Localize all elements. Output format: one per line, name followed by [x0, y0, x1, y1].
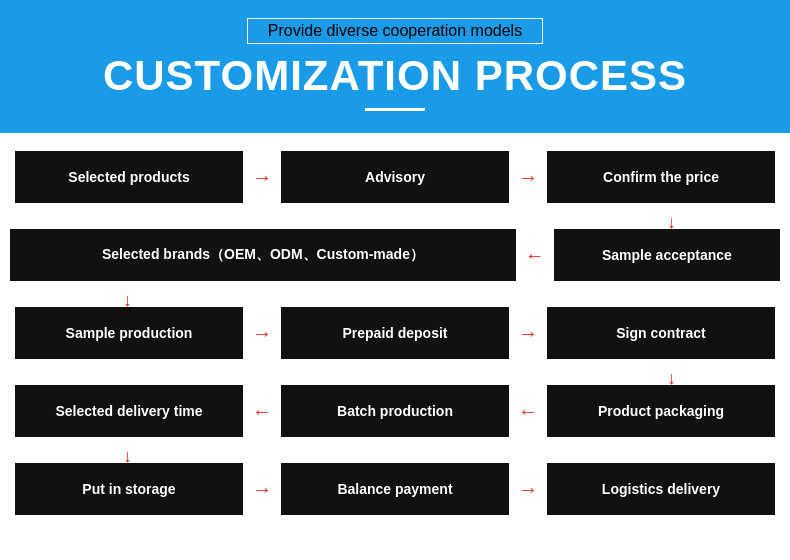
box-sign-contract: Sign contract: [547, 307, 775, 359]
arrow-left-delivery: ←: [243, 400, 281, 423]
box-selected-delivery: Selected delivery time: [15, 385, 243, 437]
arrow-right-5: →: [243, 478, 281, 501]
header: Provide diverse cooperation models CUSTO…: [0, 0, 790, 133]
arrow-left-batch: ←: [509, 400, 547, 423]
box-selected-products: Selected products: [15, 151, 243, 203]
box-confirm-price: Confirm the price: [547, 151, 775, 203]
arrow-right-2: →: [509, 166, 547, 189]
box-batch-production: Batch production: [281, 385, 509, 437]
header-underline: [365, 108, 425, 111]
box-advisory: Advisory: [281, 151, 509, 203]
flow-row-1: Selected products → Advisory → Confirm t…: [10, 151, 780, 203]
box-logistics-delivery: Logistics delivery: [547, 463, 775, 515]
box-sample-production: Sample production: [15, 307, 243, 359]
arrow-down-brands: ↓: [123, 291, 132, 309]
vert-arrows-row4: ↓: [10, 447, 790, 461]
arrow-right-4: →: [509, 322, 547, 345]
vert-arrows-row3: ↓: [10, 369, 790, 383]
flow-area: Selected products → Advisory → Confirm t…: [0, 133, 790, 535]
box-selected-brands: Selected brands（OEM、ODM、Custom-made）: [10, 229, 516, 281]
arrow-right-1: →: [243, 166, 281, 189]
arrow-down-delivery: ↓: [123, 447, 132, 465]
arrow-right-6: →: [509, 478, 547, 501]
arrow-down-sign: ↓: [667, 369, 676, 387]
header-subtitle: Provide diverse cooperation models: [268, 22, 522, 39]
box-prepaid-deposit: Prepaid deposit: [281, 307, 509, 359]
box-put-storage: Put in storage: [15, 463, 243, 515]
vert-arrows-row2: ↓: [10, 291, 790, 305]
flow-row-2: Selected brands（OEM、ODM、Custom-made） ← S…: [10, 229, 780, 281]
subtitle-wrapper: Provide diverse cooperation models: [247, 18, 543, 44]
flow-row-3: Sample production → Prepaid deposit → Si…: [10, 307, 780, 359]
box-sample-acceptance: Sample acceptance: [554, 229, 780, 281]
arrow-left-brands: ←: [516, 244, 554, 267]
flow-row-5: Put in storage → Balance payment → Logis…: [10, 463, 780, 515]
arrow-down-confirm: ↓: [667, 213, 676, 231]
header-title: CUSTOMIZATION PROCESS: [20, 52, 770, 100]
arrow-right-3: →: [243, 322, 281, 345]
box-balance-payment: Balance payment: [281, 463, 509, 515]
flow-row-4: Selected delivery time ← Batch productio…: [10, 385, 780, 437]
box-product-packaging: Product packaging: [547, 385, 775, 437]
vert-arrows-row1: ↓: [10, 213, 790, 227]
